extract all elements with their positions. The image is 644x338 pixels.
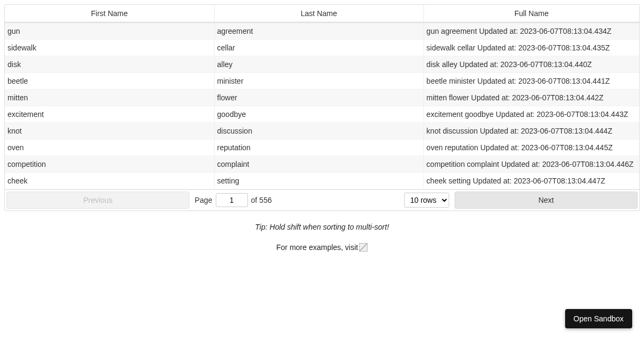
cell-first-name: cheek xyxy=(5,173,214,189)
cell-full-name: sidewalk cellar Updated at: 2023-06-07T0… xyxy=(423,40,639,56)
table-row[interactable]: sidewalkcellarsidewalk cellar Updated at… xyxy=(5,40,639,56)
table-row[interactable]: mittenflowermitten flower Updated at: 20… xyxy=(5,90,639,106)
table-row[interactable]: diskalleydisk alley Updated at: 2023-06-… xyxy=(5,56,639,73)
examples-text: For more examples, visit xyxy=(4,243,640,252)
data-table: First Name Last Name Full Name gunagreem… xyxy=(5,5,639,189)
cell-full-name: mitten flower Updated at: 2023-06-07T08:… xyxy=(423,90,639,106)
broken-image-icon xyxy=(359,243,368,252)
cell-last-name: goodbye xyxy=(214,106,423,123)
cell-first-name: knot xyxy=(5,123,214,139)
cell-first-name: competition xyxy=(5,156,214,173)
cell-last-name: reputation xyxy=(214,139,423,156)
table-row[interactable]: ovenreputationoven reputation Updated at… xyxy=(5,139,639,156)
tip-text: Tip: Hold shift when sorting to multi-so… xyxy=(4,223,640,231)
next-button[interactable]: Next xyxy=(455,192,638,209)
page-label: Page xyxy=(195,196,213,204)
cell-last-name: cellar xyxy=(214,40,423,56)
pagination-bar: Previous Page of 556 10 rows Next xyxy=(5,189,639,210)
pagination-center: Page of 556 10 rows xyxy=(192,192,452,209)
header-last-name[interactable]: Last Name xyxy=(214,5,423,23)
table-row[interactable]: competitioncomplaintcompetition complain… xyxy=(5,156,639,173)
cell-first-name: gun xyxy=(5,23,214,40)
cell-last-name: agreement xyxy=(214,23,423,40)
cell-full-name: knot discussion Updated at: 2023-06-07T0… xyxy=(423,123,639,139)
table-row[interactable]: cheeksettingcheek setting Updated at: 20… xyxy=(5,173,639,189)
table-row[interactable]: excitementgoodbyeexcitement goodbye Upda… xyxy=(5,106,639,123)
cell-first-name: oven xyxy=(5,139,214,156)
cell-full-name: excitement goodbye Updated at: 2023-06-0… xyxy=(423,106,639,123)
cell-full-name: beetle minister Updated at: 2023-06-07T0… xyxy=(423,73,639,90)
examples-label: For more examples, visit xyxy=(276,243,358,252)
table-header-row: First Name Last Name Full Name xyxy=(5,5,639,23)
page-number-input[interactable] xyxy=(216,193,248,207)
table-row[interactable]: gunagreementgun agreement Updated at: 20… xyxy=(5,23,639,40)
cell-first-name: sidewalk xyxy=(5,40,214,56)
cell-first-name: beetle xyxy=(5,73,214,90)
cell-first-name: excitement xyxy=(5,106,214,123)
data-table-container: First Name Last Name Full Name gunagreem… xyxy=(4,4,640,211)
cell-last-name: complaint xyxy=(214,156,423,173)
rows-per-page-select[interactable]: 10 rows xyxy=(404,193,449,208)
cell-full-name: disk alley Updated at: 2023-06-07T08:13:… xyxy=(423,56,639,73)
previous-button[interactable]: Previous xyxy=(6,192,189,209)
cell-full-name: competition complaint Updated at: 2023-0… xyxy=(423,156,639,173)
table-row[interactable]: knotdiscussionknot discussion Updated at… xyxy=(5,123,639,139)
cell-first-name: mitten xyxy=(5,90,214,106)
page-of-label: of 556 xyxy=(251,196,272,204)
table-row[interactable]: beetleministerbeetle minister Updated at… xyxy=(5,73,639,90)
cell-last-name: alley xyxy=(214,56,423,73)
cell-first-name: disk xyxy=(5,56,214,73)
header-full-name[interactable]: Full Name xyxy=(423,5,639,23)
cell-full-name: oven reputation Updated at: 2023-06-07T0… xyxy=(423,139,639,156)
cell-last-name: flower xyxy=(214,90,423,106)
cell-full-name: gun agreement Updated at: 2023-06-07T08:… xyxy=(423,23,639,40)
cell-last-name: discussion xyxy=(214,123,423,139)
header-first-name[interactable]: First Name xyxy=(5,5,214,23)
cell-full-name: cheek setting Updated at: 2023-06-07T08:… xyxy=(423,173,639,189)
cell-last-name: minister xyxy=(214,73,423,90)
cell-last-name: setting xyxy=(214,173,423,189)
